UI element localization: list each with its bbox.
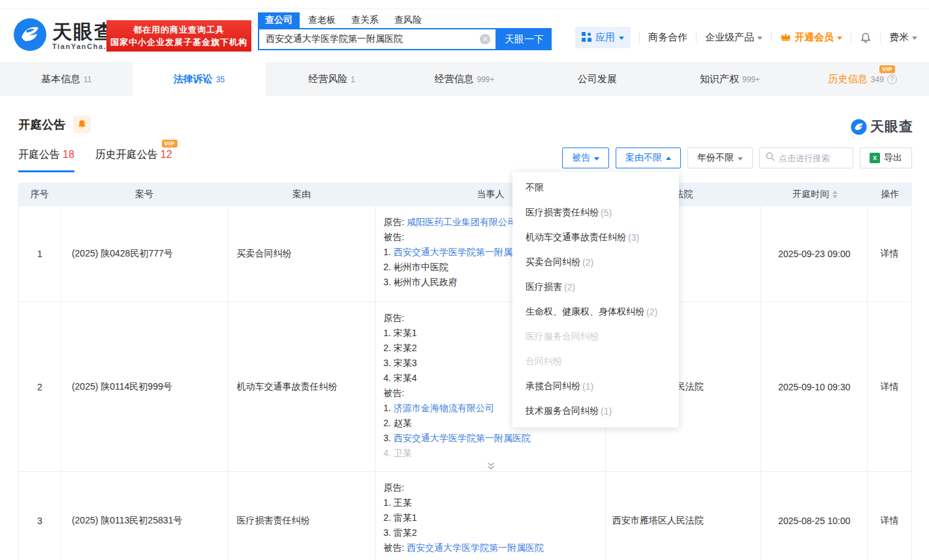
action-cell: 详情 bbox=[868, 206, 911, 302]
party-line: 被告: 西安交通大学医学院第一附属医院 bbox=[383, 540, 599, 555]
tab-legal-proceedings[interactable]: 法律诉讼35 bbox=[133, 62, 265, 96]
cause-cell: 机动车交通事故责任纠纷 bbox=[228, 302, 376, 471]
party-line: 1. 王某 bbox=[383, 495, 599, 510]
dropdown-item-label: 技术服务合同纠纷 bbox=[526, 405, 599, 417]
case-number-cell: (2025) 陕0113民初25831号 bbox=[61, 472, 228, 560]
search-tabs: 查公司 查老板 查关系 查风险 bbox=[258, 12, 552, 28]
tab-history-info[interactable]: VIP 历史信息349 ? bbox=[796, 62, 929, 96]
tab-company-development[interactable]: 公司发展 bbox=[531, 62, 663, 96]
party-label: 2. 彬州市中医院 bbox=[383, 262, 449, 272]
case-number-link[interactable]: (2025) 陕0428民初777号 bbox=[72, 248, 173, 260]
search-tab-boss[interactable]: 查老板 bbox=[301, 12, 343, 28]
party-company-link[interactable]: 西安交通大学医学院第一附属医院 bbox=[407, 542, 544, 553]
dropdown-item: 医疗服务合同纠纷 bbox=[512, 324, 679, 349]
dropdown-item-label: 承揽合同纠纷 bbox=[526, 381, 580, 392]
party-line: 原告: bbox=[383, 480, 599, 495]
announcement-subtabs: 开庭公告18 历史开庭公告12 VIP bbox=[18, 148, 172, 172]
party-company-link[interactable]: 济源市金海物流有限公司 bbox=[394, 403, 494, 413]
apps-menu[interactable]: 应用 bbox=[575, 27, 631, 48]
party-company-link[interactable]: 西安交通大学医学院第一附属医院 bbox=[394, 247, 531, 257]
party-label: 被告: bbox=[383, 542, 407, 553]
search-input[interactable] bbox=[258, 28, 497, 50]
dropdown-item[interactable]: 医疗损害 (2) bbox=[512, 275, 679, 300]
search-tab-company[interactable]: 查公司 bbox=[258, 12, 300, 28]
defendant-filter[interactable]: 被告 bbox=[562, 148, 609, 168]
search-tab-relation[interactable]: 查关系 bbox=[344, 12, 386, 28]
hearing-table: 序号 案号 案由 当事人 法院 开庭时间 操作 1(2025) 陕0428民初7… bbox=[18, 183, 912, 560]
party-label: 1. bbox=[383, 247, 394, 257]
export-button[interactable]: x 导出 bbox=[860, 148, 912, 168]
search-button[interactable]: 天眼一下 bbox=[497, 28, 552, 50]
cause-dropdown-menu: 不限医疗损害责任纠纷 (5)机动车交通事故责任纠纷 (3)买卖合同纠纷 (2)医… bbox=[512, 172, 679, 428]
dropdown-item[interactable]: 买卖合同纠纷 (2) bbox=[512, 250, 679, 275]
username: 费米 bbox=[889, 31, 909, 44]
case-number-cell: (2025) 陕0114民初999号 bbox=[61, 302, 228, 471]
clear-search-icon[interactable]: ✕ bbox=[480, 34, 490, 44]
detail-link[interactable]: 详情 bbox=[881, 381, 899, 393]
tab-intellectual-property[interactable]: 知识产权999+ bbox=[663, 62, 796, 96]
divider bbox=[639, 33, 640, 42]
chevron-down-icon bbox=[619, 37, 624, 40]
party-label: 2. 赵某 bbox=[383, 418, 412, 428]
dropdown-item-count: (3) bbox=[628, 232, 639, 243]
dropdown-item[interactable]: 不限 bbox=[512, 176, 679, 200]
party-label: 3. 宋某3 bbox=[383, 358, 417, 368]
nav-open-vip[interactable]: 开通会员 bbox=[780, 31, 842, 44]
parties-cell: 原告:1. 王某2. 雷某13. 雷某2被告: 西安交通大学医学院第一附属医院 bbox=[375, 472, 606, 560]
subtab-history-hearing-announcements[interactable]: 历史开庭公告12 VIP bbox=[95, 148, 172, 172]
nav-cooperation[interactable]: 商务合作 bbox=[648, 31, 687, 44]
year-filter[interactable]: 年份不限 bbox=[687, 148, 753, 168]
table-row: 1(2025) 陕0428民初777号买卖合同纠纷原告: 咸阳医药工业集团有限公… bbox=[18, 206, 912, 302]
case-number-link[interactable]: (2025) 陕0113民初25831号 bbox=[72, 515, 182, 527]
detail-link[interactable]: 详情 bbox=[881, 248, 899, 260]
hearing-time: 2025-09-23 09:00 bbox=[761, 206, 868, 302]
tab-basic-info[interactable]: 基本信息11 bbox=[0, 62, 133, 96]
tab-operation-info[interactable]: 经营信息999+ bbox=[398, 62, 531, 96]
tianyancha-logo-icon bbox=[13, 18, 47, 54]
cause-filter[interactable]: 案由不限 bbox=[616, 148, 681, 168]
party-label: 2. 宋某2 bbox=[383, 343, 417, 353]
party-label: 2. 雷某1 bbox=[383, 512, 417, 523]
help-icon[interactable]: ? bbox=[887, 74, 897, 84]
notification-bell[interactable] bbox=[860, 32, 872, 44]
chevron-down-icon bbox=[757, 37, 763, 40]
dropdown-item[interactable]: 机动车交通事故责任纠纷 (3) bbox=[512, 225, 679, 250]
party-line: 4. 卫某 bbox=[383, 446, 599, 461]
col-header-case-no: 案号 bbox=[61, 183, 228, 206]
nav-enterprise[interactable]: 企业级产品 bbox=[705, 31, 763, 44]
chevron-down-icon bbox=[738, 157, 743, 161]
tab-operation-risk[interactable]: 经营风险1 bbox=[266, 62, 398, 96]
party-label: 原告: bbox=[383, 482, 404, 493]
detail-link[interactable]: 详情 bbox=[881, 515, 899, 527]
dropdown-item-label: 不限 bbox=[526, 182, 544, 194]
search-area: 查公司 查老板 查关系 查风险 ✕ 天眼一下 bbox=[258, 12, 552, 50]
search-tab-risk[interactable]: 查风险 bbox=[387, 12, 429, 28]
subtab-hearing-announcements[interactable]: 开庭公告18 bbox=[18, 148, 74, 172]
dropdown-item-label: 医疗损害 bbox=[526, 281, 562, 293]
col-header-action: 操作 bbox=[868, 183, 912, 206]
party-company-link[interactable]: 咸阳医药工业集团有限公司 bbox=[407, 217, 516, 227]
section-title: 开庭公告 bbox=[18, 117, 65, 132]
company-tabs: 基本信息11 法律诉讼35 经营风险1 经营信息999+ 公司发展 知识产权99… bbox=[0, 62, 929, 96]
party-label: 原告: bbox=[383, 313, 404, 323]
subscribe-bell-icon[interactable] bbox=[73, 116, 91, 133]
list-search-input[interactable] bbox=[779, 153, 844, 163]
apps-label: 应用 bbox=[595, 31, 615, 44]
dropdown-item[interactable]: 生命权、健康权、身体权纠纷 (2) bbox=[512, 300, 679, 324]
dropdown-item[interactable]: 医疗损害责任纠纷 (5) bbox=[512, 200, 679, 225]
dropdown-item-count: (5) bbox=[601, 208, 612, 218]
user-menu[interactable]: 费米 bbox=[889, 31, 917, 44]
list-search-box bbox=[759, 148, 853, 168]
dropdown-item-label: 医疗服务合同纠纷 bbox=[526, 331, 599, 343]
filter-bar: 被告 案由不限 年份不限 x 导出 bbox=[562, 148, 912, 168]
dropdown-item-label: 医疗损害责任纠纷 bbox=[526, 207, 599, 219]
table-header: 序号 案号 案由 当事人 法院 开庭时间 操作 bbox=[18, 183, 912, 206]
dropdown-item[interactable]: 技术服务合同纠纷 (1) bbox=[512, 399, 679, 424]
party-company-link[interactable]: 西安交通大学医学院第一附属医院 bbox=[394, 433, 531, 443]
party-label: 原告: bbox=[383, 217, 407, 227]
sort-icon[interactable] bbox=[832, 191, 838, 198]
case-number-link[interactable]: (2025) 陕0114民初999号 bbox=[72, 381, 172, 393]
dropdown-item[interactable]: 承揽合同纠纷 (1) bbox=[512, 374, 679, 399]
promo-banner: 都在用的商业查询工具 国家中小企业发展子基金旗下机构 bbox=[106, 20, 251, 52]
col-header-time[interactable]: 开庭时间 bbox=[762, 183, 868, 206]
